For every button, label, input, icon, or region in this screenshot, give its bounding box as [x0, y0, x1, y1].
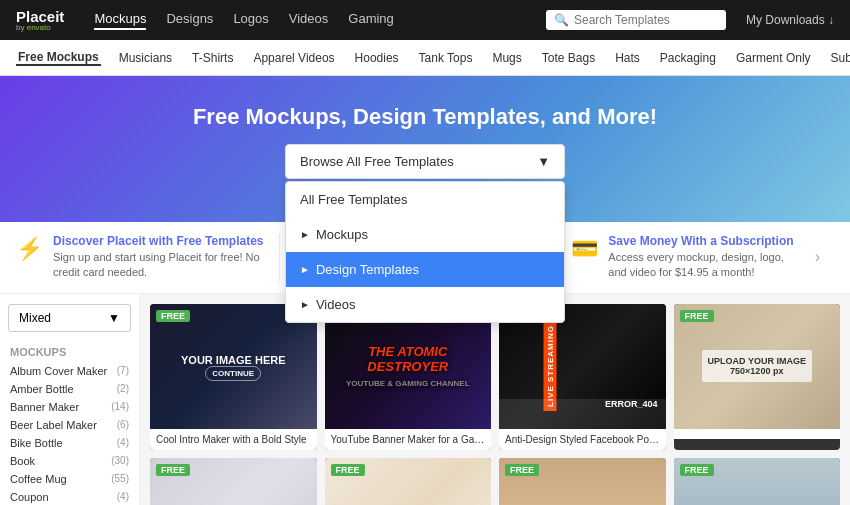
logo[interactable]: Placeit by envato — [16, 9, 64, 32]
info-subscription-desc: Access every mockup, design, logo, and v… — [608, 250, 804, 281]
grid-item-2-text: THE ATOMICDESTROYERYOUTUBE & GAMING CHAN… — [346, 344, 470, 389]
content-area: FREE YOUR IMAGE HERECONTINUE Cool Intro … — [140, 294, 850, 505]
chevron-down-icon: ▼ — [108, 311, 120, 325]
grid-item-8-image: FREE — [674, 458, 841, 505]
subscription-icon: 💳 — [571, 236, 598, 262]
grid-item-2-caption: YouTube Banner Maker for a Game Streamin… — [325, 429, 492, 450]
grid-item-6-image: FREE UPLOAD YOUR IMAGE — [325, 458, 492, 505]
top-navigation: Placeit by envato Mockups Designs Logos … — [0, 0, 850, 40]
grid-item-6[interactable]: FREE UPLOAD YOUR IMAGE Selfie T-Shirt Vi… — [325, 458, 492, 505]
sidebar-coupon[interactable]: Coupon(4) — [0, 488, 139, 505]
arrow-icon: ► — [300, 264, 310, 275]
free-badge: FREE — [680, 310, 714, 322]
grid-item-1-caption: Cool Intro Maker with a Bold Style — [150, 429, 317, 450]
dropdown-item-all-free[interactable]: All Free Templates — [286, 182, 564, 217]
sidebar-bike-bottle[interactable]: Bike Bottle(4) — [0, 434, 139, 452]
search-input[interactable] — [574, 13, 718, 27]
grid-item-7[interactable]: FREE — [499, 458, 666, 505]
grid-item-1[interactable]: FREE YOUR IMAGE HERECONTINUE Cool Intro … — [150, 304, 317, 450]
discover-icon: ⚡ — [16, 236, 43, 262]
dropdown-item-label: All Free Templates — [300, 192, 407, 207]
grid-item-5-image: FREE UPLOAD YOURIMAGE — [150, 458, 317, 505]
dropdown-item-videos[interactable]: ► Videos — [286, 287, 564, 322]
cat-garment-only[interactable]: Garment Only — [734, 51, 813, 65]
search-icon: 🔍 — [554, 13, 569, 27]
free-badge: FREE — [331, 464, 365, 476]
sidebar-amber-bottle[interactable]: Amber Bottle(2) — [0, 380, 139, 398]
grid-item-8[interactable]: FREE — [674, 458, 841, 505]
grid-item-2[interactable]: FREE THE ATOMICDESTROYERYOUTUBE & GAMING… — [325, 304, 492, 450]
cat-tank-tops[interactable]: Tank Tops — [417, 51, 475, 65]
arrow-icon: ► — [300, 299, 310, 310]
dropdown-trigger[interactable]: Browse All Free Templates ▼ — [285, 144, 565, 179]
free-badge: FREE — [156, 310, 190, 322]
sidebar-coffee-mug[interactable]: Coffee Mug(55) — [0, 470, 139, 488]
hero-title: Free Mockups, Design Templates, and More… — [20, 104, 830, 130]
nav-mockups[interactable]: Mockups — [94, 11, 146, 30]
info-item-subscription: 💳 Save Money With a Subscription Access … — [557, 234, 834, 281]
nav-designs[interactable]: Designs — [166, 11, 213, 30]
sidebar-filter[interactable]: Mixed ▼ — [8, 304, 131, 332]
nav-gaming[interactable]: Gaming — [348, 11, 394, 30]
free-badge: FREE — [156, 464, 190, 476]
main-nav-links: Mockups Designs Logos Videos Gaming — [94, 11, 393, 30]
free-badge: FREE — [505, 464, 539, 476]
nav-logos[interactable]: Logos — [233, 11, 268, 30]
cat-hoodies[interactable]: Hoodies — [353, 51, 401, 65]
chevron-down-icon: ▼ — [537, 154, 550, 169]
grid-item-4[interactable]: FREE UPLOAD YOUR IMAGE750×1200 px — [674, 304, 841, 450]
dropdown-menu: All Free Templates ► Mockups ► Design Te… — [285, 181, 565, 323]
info-discover-desc: Sign up and start using Placeit for free… — [53, 250, 265, 281]
image-grid: FREE YOUR IMAGE HERECONTINUE Cool Intro … — [150, 304, 840, 505]
browse-dropdown[interactable]: Browse All Free Templates ▼ All Free Tem… — [285, 144, 565, 179]
sidebar-banner-maker[interactable]: Banner Maker(14) — [0, 398, 139, 416]
dropdown-item-mockups[interactable]: ► Mockups — [286, 217, 564, 252]
grid-item-7-image: FREE — [499, 458, 666, 505]
cat-sublimated[interactable]: Sublimated — [829, 51, 850, 65]
sidebar-album-cover[interactable]: Album Cover Maker(7) — [0, 362, 139, 380]
cat-apparel-videos[interactable]: Apparel Videos — [251, 51, 336, 65]
cat-tote-bags[interactable]: Tote Bags — [540, 51, 597, 65]
cat-mugs[interactable]: Mugs — [490, 51, 523, 65]
grid-item-4-caption — [674, 429, 841, 439]
cat-hats[interactable]: Hats — [613, 51, 642, 65]
nav-videos[interactable]: Videos — [289, 11, 329, 30]
sidebar-section-label: Mockups — [0, 342, 139, 362]
cat-packaging[interactable]: Packaging — [658, 51, 718, 65]
dropdown-item-design-templates[interactable]: ► Design Templates — [286, 252, 564, 287]
free-badge: FREE — [680, 464, 714, 476]
sidebar-book[interactable]: Book(30) — [0, 452, 139, 470]
cat-tshirts[interactable]: T-Shirts — [190, 51, 235, 65]
grid-item-4-image: FREE UPLOAD YOUR IMAGE750×1200 px — [674, 304, 841, 429]
logo-byenvato: by envato — [16, 24, 64, 32]
dropdown-item-label: Design Templates — [316, 262, 419, 277]
grid-item-1-text: YOUR IMAGE HERECONTINUE — [173, 346, 294, 386]
info-discover-title: Discover Placeit with Free Templates — [53, 234, 265, 248]
category-bar: Free Mockups Musicians T-Shirts Apparel … — [0, 40, 850, 76]
logo-place: Placeit — [16, 9, 64, 24]
sidebar-beer-label[interactable]: Beer Label Maker(6) — [0, 416, 139, 434]
grid-item-3-caption: Anti-Design Styled Facebook Post Generat… — [499, 429, 666, 450]
grid-item-3[interactable]: FREE LIVE STREAMING ERROR_404 Anti-Desig… — [499, 304, 666, 450]
dropdown-label: Browse All Free Templates — [300, 154, 454, 169]
dropdown-item-label: Mockups — [316, 227, 368, 242]
hero-banner: Free Mockups, Design Templates, and More… — [0, 76, 850, 222]
info-item-discover: ⚡ Discover Placeit with Free Templates S… — [16, 234, 280, 281]
arrow-icon: ► — [300, 229, 310, 240]
cat-free-mockups[interactable]: Free Mockups — [16, 50, 101, 66]
main-content: Mixed ▼ Mockups Album Cover Maker(7) Amb… — [0, 294, 850, 505]
subscription-next-icon[interactable]: › — [815, 248, 820, 266]
cat-musicians[interactable]: Musicians — [117, 51, 174, 65]
search-bar[interactable]: 🔍 — [546, 10, 726, 30]
info-subscription-title: Save Money With a Subscription — [608, 234, 804, 248]
sidebar: Mixed ▼ Mockups Album Cover Maker(7) Amb… — [0, 294, 140, 505]
grid-item-4-text: UPLOAD YOUR IMAGE750×1200 px — [702, 350, 812, 382]
grid-item-5[interactable]: FREE UPLOAD YOURIMAGE — [150, 458, 317, 505]
filter-label: Mixed — [19, 311, 51, 325]
dropdown-item-label: Videos — [316, 297, 356, 312]
my-downloads-link[interactable]: My Downloads ↓ — [746, 13, 834, 27]
